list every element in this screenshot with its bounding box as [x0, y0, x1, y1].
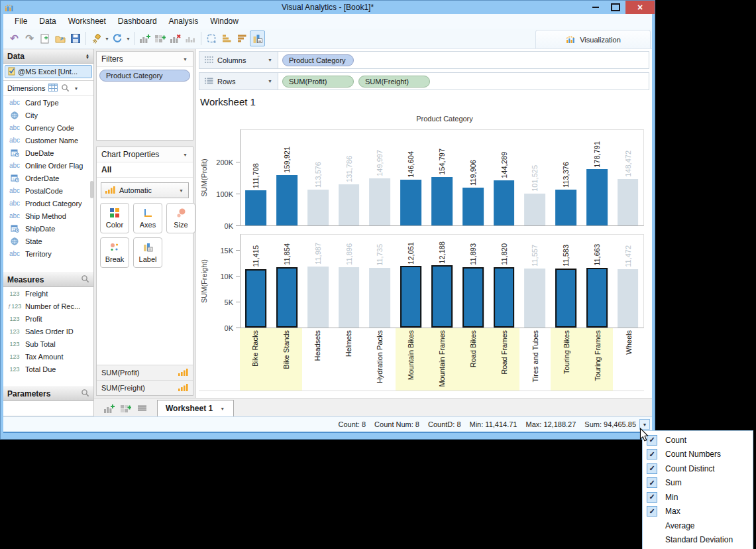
dimension-item[interactable]: abcOnline Order Flag	[3, 159, 93, 172]
measure-card-row[interactable]: SUM(Freight)	[97, 380, 193, 395]
worksheet-tab[interactable]: Worksheet 1 ▼	[157, 400, 234, 416]
row-pill[interactable]: SUM(Profit)	[282, 76, 354, 88]
measure-item[interactable]: 123Tax Amount	[3, 350, 93, 363]
aggregation-menu-item[interactable]: Standard Deviation	[643, 533, 753, 548]
dimension-item[interactable]: City	[3, 109, 93, 121]
new-workbook-button[interactable]	[37, 30, 52, 46]
lasso-select-button[interactable]	[204, 30, 219, 46]
collapse-expand-icon[interactable]: ▲▼	[85, 54, 89, 60]
menu-worksheet[interactable]: Worksheet	[62, 15, 112, 28]
bar-mark[interactable]	[586, 169, 608, 225]
dimension-item[interactable]: 12DueDate	[3, 147, 93, 159]
measure-item[interactable]: ƒ123Number of Rec...	[3, 300, 93, 312]
parameters-search-icon[interactable]	[81, 389, 89, 399]
data-panel-header[interactable]: Data ▲▼	[3, 49, 93, 64]
close-button[interactable]: ×	[625, 1, 655, 14]
dimension-item[interactable]: abcCustomer Name	[3, 134, 93, 147]
bar-mark[interactable]	[339, 184, 360, 225]
undo-button[interactable]: ↶	[7, 30, 22, 46]
bar-mark[interactable]	[586, 268, 608, 328]
color-button[interactable]: Color	[100, 203, 129, 233]
size-button[interactable]: Size	[166, 203, 195, 233]
bar-mark[interactable]	[462, 267, 484, 328]
menu-dashboard[interactable]: Dashboard	[112, 15, 163, 28]
rows-caret-icon[interactable]: ▼	[268, 79, 272, 84]
refresh-button[interactable]	[110, 30, 125, 46]
menu-data[interactable]: Data	[33, 15, 62, 28]
bar-mark[interactable]	[618, 269, 639, 328]
new-worksheet-tab-button[interactable]	[101, 400, 117, 416]
category-cell[interactable]: Road Bikes	[457, 328, 488, 391]
rows-shelf-label[interactable]: Rows ▼	[199, 73, 278, 90]
dimension-item[interactable]: 12OrderDate	[3, 172, 93, 184]
bar-mark[interactable]	[400, 180, 421, 225]
sheet-list-button[interactable]	[134, 400, 150, 416]
category-cell[interactable]: Wheels	[613, 328, 644, 391]
bar-mark[interactable]	[431, 265, 453, 328]
new-dashboard-button[interactable]	[152, 30, 168, 46]
category-cell[interactable]: Touring Bikes	[551, 328, 582, 391]
connect-data-button[interactable]	[89, 30, 104, 46]
chart-properties-caret-icon[interactable]: ▼	[183, 152, 188, 157]
sort-descending-button[interactable]	[235, 30, 250, 46]
bar-mark[interactable]	[524, 194, 545, 225]
data-source-item[interactable]: @MS Excel [Unt...	[5, 65, 92, 78]
delete-worksheet-button[interactable]	[168, 30, 183, 46]
bar-mark[interactable]	[431, 177, 453, 225]
bar-mark[interactable]	[400, 266, 421, 328]
redo-button[interactable]: ↷	[22, 30, 37, 46]
visualization-tab[interactable]: Visualization	[535, 30, 651, 48]
category-cell[interactable]: Road Frames	[488, 328, 519, 391]
checkbox-icon[interactable]: ✓	[647, 492, 657, 503]
row-pill[interactable]: SUM(Freight)	[358, 76, 430, 88]
aggregation-menu-item[interactable]: ✓Min	[643, 490, 753, 505]
bar-mark[interactable]	[494, 267, 515, 328]
chart-properties-header[interactable]: Chart Properties ▼	[97, 147, 193, 162]
checkbox-icon[interactable]: ✓	[647, 449, 657, 459]
filters-header[interactable]: Filters ▼	[97, 52, 193, 67]
filter-pill[interactable]: Product Category	[99, 70, 190, 82]
category-cell[interactable]: Bike Stands	[271, 328, 302, 391]
category-cell[interactable]: Touring Frames	[582, 328, 613, 391]
dimensions-search-icon[interactable]	[61, 84, 70, 93]
dimensions-menu-icon[interactable]: ▼	[74, 86, 78, 91]
dimension-item[interactable]: abcCard Type	[3, 96, 93, 109]
category-cell[interactable]: Hydration Packs	[364, 328, 396, 391]
aggregation-menu-item[interactable]: Average	[643, 518, 753, 533]
dimensions-scrollbar-thumb[interactable]	[90, 181, 93, 198]
category-cell[interactable]: Helmets	[333, 328, 364, 391]
measure-item[interactable]: 123Sales Order ID	[3, 325, 93, 337]
dimension-item[interactable]: 12ShipDate	[3, 222, 93, 235]
category-cell[interactable]: Bike Racks	[240, 328, 271, 391]
bar-mark[interactable]	[245, 269, 266, 328]
category-cell[interactable]: Tires and Tubes	[519, 328, 551, 391]
bar-mark[interactable]	[524, 269, 545, 328]
menu-analysis[interactable]: Analysis	[163, 15, 205, 28]
sort-ascending-button[interactable]	[219, 30, 235, 46]
measure-item[interactable]: 123Freight	[3, 287, 93, 300]
bar-mark[interactable]	[618, 179, 639, 225]
new-worksheet-button[interactable]	[137, 30, 152, 46]
maximize-button[interactable]	[606, 1, 625, 14]
measure-item[interactable]: 123Profit	[3, 312, 93, 325]
aggregation-menu-item[interactable]: ✓Max	[643, 505, 753, 519]
bar-mark[interactable]	[276, 175, 297, 225]
dimension-item[interactable]: State	[3, 235, 93, 247]
measure-item[interactable]: 123Sub Total	[3, 337, 93, 350]
connect-data-dropdown-icon[interactable]: ▼	[105, 36, 109, 41]
filters-caret-icon[interactable]: ▼	[183, 57, 188, 62]
measures-search-icon[interactable]	[81, 274, 89, 285]
bar-mark[interactable]	[276, 267, 297, 328]
bar-mark[interactable]	[370, 268, 391, 328]
category-cell[interactable]: Mountain Frames	[427, 328, 458, 391]
dimension-item[interactable]: abcProduct Category	[3, 197, 93, 210]
bar-mark[interactable]	[462, 188, 484, 225]
measure-card-row[interactable]: SUM(Profit)	[97, 365, 193, 380]
show-labels-toggle[interactable]	[250, 30, 265, 46]
title-bar[interactable]: Visual Analytics - [Book1]* ×	[1, 1, 655, 14]
bar-mark[interactable]	[245, 190, 266, 225]
bar-mark[interactable]	[307, 267, 329, 328]
dimension-item[interactable]: abcShip Method	[3, 210, 93, 222]
columns-shelf-label[interactable]: Columns ▼	[199, 52, 278, 68]
columns-caret-icon[interactable]: ▼	[268, 58, 272, 62]
